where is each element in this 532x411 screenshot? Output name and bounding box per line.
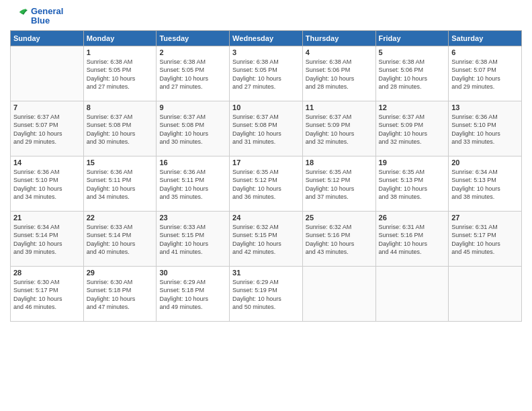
col-header-wednesday: Wednesday [230, 30, 303, 46]
calendar-cell: 3Sunrise: 6:38 AM Sunset: 5:05 PM Daylig… [230, 46, 303, 101]
calendar-cell: 6Sunrise: 6:38 AM Sunset: 5:07 PM Daylig… [449, 46, 522, 101]
day-number: 20 [451, 158, 519, 167]
day-number: 8 [87, 103, 154, 111]
day-number: 19 [379, 158, 446, 167]
logo-text-general: General [31, 7, 63, 16]
logo: General Blue [10, 7, 63, 26]
day-number: 7 [13, 103, 81, 111]
day-info: Sunrise: 6:38 AM Sunset: 5:05 PM Dayligh… [87, 58, 154, 91]
week-row-1: 1Sunrise: 6:38 AM Sunset: 5:05 PM Daylig… [11, 46, 522, 101]
day-info: Sunrise: 6:38 AM Sunset: 5:05 PM Dayligh… [159, 58, 226, 91]
calendar-cell [449, 266, 522, 321]
calendar-cell: 20Sunrise: 6:34 AM Sunset: 5:13 PM Dayli… [449, 156, 522, 211]
calendar-page: General Blue SundayMondayTuesdayWednesda… [0, 0, 532, 411]
day-info: Sunrise: 6:37 AM Sunset: 5:09 PM Dayligh… [306, 113, 373, 146]
calendar-cell: 5Sunrise: 6:38 AM Sunset: 5:06 PM Daylig… [375, 46, 449, 101]
day-number: 13 [451, 103, 519, 111]
calendar-cell: 13Sunrise: 6:36 AM Sunset: 5:10 PM Dayli… [449, 101, 522, 156]
day-number: 31 [232, 269, 300, 277]
calendar-cell: 25Sunrise: 6:32 AM Sunset: 5:16 PM Dayli… [302, 211, 375, 266]
day-number: 25 [306, 214, 373, 222]
week-row-2: 7Sunrise: 6:37 AM Sunset: 5:07 PM Daylig… [11, 101, 522, 156]
calendar-cell: 9Sunrise: 6:37 AM Sunset: 5:08 PM Daylig… [157, 101, 230, 156]
calendar-cell: 19Sunrise: 6:35 AM Sunset: 5:13 PM Dayli… [375, 156, 449, 211]
calendar-cell: 29Sunrise: 6:30 AM Sunset: 5:18 PM Dayli… [83, 266, 157, 321]
calendar-cell: 10Sunrise: 6:37 AM Sunset: 5:08 PM Dayli… [230, 101, 303, 156]
col-header-saturday: Saturday [449, 30, 522, 46]
calendar-cell: 1Sunrise: 6:38 AM Sunset: 5:05 PM Daylig… [83, 46, 157, 101]
day-info: Sunrise: 6:34 AM Sunset: 5:14 PM Dayligh… [13, 223, 81, 257]
day-number: 2 [159, 48, 226, 56]
day-info: Sunrise: 6:32 AM Sunset: 5:15 PM Dayligh… [232, 223, 300, 257]
logo-bird-icon [10, 7, 29, 26]
day-info: Sunrise: 6:33 AM Sunset: 5:14 PM Dayligh… [87, 223, 154, 257]
calendar-cell: 28Sunrise: 6:30 AM Sunset: 5:17 PM Dayli… [11, 266, 84, 321]
day-info: Sunrise: 6:32 AM Sunset: 5:16 PM Dayligh… [306, 223, 373, 257]
calendar-cell: 8Sunrise: 6:37 AM Sunset: 5:08 PM Daylig… [83, 101, 157, 156]
week-row-3: 14Sunrise: 6:36 AM Sunset: 5:10 PM Dayli… [11, 156, 522, 211]
day-info: Sunrise: 6:36 AM Sunset: 5:10 PM Dayligh… [13, 168, 81, 201]
day-info: Sunrise: 6:38 AM Sunset: 5:06 PM Dayligh… [379, 58, 446, 91]
day-number: 9 [159, 103, 226, 111]
day-number: 17 [232, 158, 300, 167]
calendar-cell [302, 266, 375, 321]
calendar-cell: 16Sunrise: 6:36 AM Sunset: 5:11 PM Dayli… [157, 156, 230, 211]
day-info: Sunrise: 6:37 AM Sunset: 5:08 PM Dayligh… [232, 113, 300, 146]
day-info: Sunrise: 6:38 AM Sunset: 5:07 PM Dayligh… [451, 58, 519, 91]
header-row: SundayMondayTuesdayWednesdayThursdayFrid… [11, 30, 522, 46]
day-number: 6 [451, 48, 519, 56]
calendar-cell: 7Sunrise: 6:37 AM Sunset: 5:07 PM Daylig… [11, 101, 84, 156]
logo-text-blue: Blue [31, 16, 63, 26]
day-info: Sunrise: 6:31 AM Sunset: 5:16 PM Dayligh… [379, 223, 446, 257]
week-row-5: 28Sunrise: 6:30 AM Sunset: 5:17 PM Dayli… [11, 266, 522, 321]
day-number: 14 [13, 158, 81, 167]
day-number: 18 [306, 158, 373, 167]
calendar-cell: 24Sunrise: 6:32 AM Sunset: 5:15 PM Dayli… [230, 211, 303, 266]
day-number: 12 [379, 103, 446, 111]
day-info: Sunrise: 6:36 AM Sunset: 5:11 PM Dayligh… [87, 168, 154, 201]
day-number: 21 [13, 214, 81, 222]
day-info: Sunrise: 6:37 AM Sunset: 5:07 PM Dayligh… [13, 113, 81, 146]
day-number: 27 [451, 214, 519, 222]
day-info: Sunrise: 6:33 AM Sunset: 5:15 PM Dayligh… [159, 223, 226, 257]
day-info: Sunrise: 6:38 AM Sunset: 5:06 PM Dayligh… [306, 58, 373, 91]
day-number: 5 [379, 48, 446, 56]
day-number: 1 [87, 48, 154, 56]
day-number: 24 [232, 214, 300, 222]
day-info: Sunrise: 6:30 AM Sunset: 5:17 PM Dayligh… [13, 278, 81, 312]
day-info: Sunrise: 6:35 AM Sunset: 5:13 PM Dayligh… [379, 168, 446, 201]
day-number: 26 [379, 214, 446, 222]
col-header-sunday: Sunday [11, 30, 84, 46]
day-number: 10 [232, 103, 300, 111]
day-info: Sunrise: 6:37 AM Sunset: 5:08 PM Dayligh… [159, 113, 226, 146]
day-number: 16 [159, 158, 226, 167]
calendar-cell: 4Sunrise: 6:38 AM Sunset: 5:06 PM Daylig… [302, 46, 375, 101]
calendar-cell: 15Sunrise: 6:36 AM Sunset: 5:11 PM Dayli… [83, 156, 157, 211]
day-number: 23 [159, 214, 226, 222]
day-info: Sunrise: 6:31 AM Sunset: 5:17 PM Dayligh… [451, 223, 519, 257]
day-number: 29 [87, 269, 154, 277]
day-info: Sunrise: 6:36 AM Sunset: 5:11 PM Dayligh… [159, 168, 226, 201]
day-number: 11 [306, 103, 373, 111]
calendar-table: SundayMondayTuesdayWednesdayThursdayFrid… [10, 30, 522, 322]
calendar-cell: 22Sunrise: 6:33 AM Sunset: 5:14 PM Dayli… [83, 211, 157, 266]
calendar-cell: 27Sunrise: 6:31 AM Sunset: 5:17 PM Dayli… [449, 211, 522, 266]
day-number: 28 [13, 269, 81, 277]
day-number: 3 [232, 48, 300, 56]
col-header-friday: Friday [375, 30, 449, 46]
day-number: 15 [87, 158, 154, 167]
day-info: Sunrise: 6:35 AM Sunset: 5:12 PM Dayligh… [232, 168, 300, 201]
day-number: 4 [306, 48, 373, 56]
calendar-cell: 18Sunrise: 6:35 AM Sunset: 5:12 PM Dayli… [302, 156, 375, 211]
col-header-monday: Monday [83, 30, 157, 46]
header: General Blue [10, 7, 522, 26]
col-header-thursday: Thursday [302, 30, 375, 46]
day-info: Sunrise: 6:29 AM Sunset: 5:18 PM Dayligh… [159, 278, 226, 312]
day-number: 22 [87, 214, 154, 222]
day-info: Sunrise: 6:30 AM Sunset: 5:18 PM Dayligh… [87, 278, 154, 312]
calendar-cell: 2Sunrise: 6:38 AM Sunset: 5:05 PM Daylig… [157, 46, 230, 101]
calendar-cell [375, 266, 449, 321]
week-row-4: 21Sunrise: 6:34 AM Sunset: 5:14 PM Dayli… [11, 211, 522, 266]
col-header-tuesday: Tuesday [157, 30, 230, 46]
day-number: 30 [159, 269, 226, 277]
